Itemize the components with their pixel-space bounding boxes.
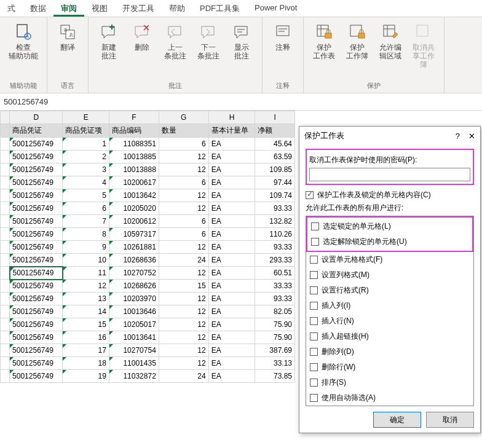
cell[interactable]: 5001256749 [10, 189, 63, 202]
protect-content-checkbox[interactable] [306, 191, 314, 199]
cell[interactable]: 5001256749 [10, 331, 63, 344]
permissions-listbox[interactable]: 选定锁定的单元格(L) 选定解除锁定的单元格(U) 设置单元格格式(F) 设置列… [306, 216, 474, 406]
cell[interactable]: 60.51 [255, 267, 295, 280]
new-comment-button[interactable]: 新建批注 [93, 20, 124, 63]
cell[interactable]: 12 [63, 280, 109, 293]
dialog-close-icon[interactable]: ✕ [468, 132, 475, 141]
perm-checkbox[interactable] [310, 317, 318, 325]
tab-review[interactable]: 审阅 [53, 0, 84, 17]
cell[interactable]: 10013641 [109, 331, 159, 344]
perm-checkbox[interactable] [310, 271, 318, 279]
cell[interactable]: 293.33 [255, 254, 295, 267]
cell[interactable]: EA [208, 305, 255, 318]
cell[interactable]: EA [208, 189, 255, 202]
cell[interactable]: 24 [159, 370, 208, 383]
cell[interactable]: EA [208, 357, 255, 370]
cell[interactable]: 5001256749 [10, 357, 63, 370]
cell[interactable]: 97.44 [255, 176, 295, 189]
cell[interactable]: 33.13 [255, 357, 295, 370]
cell[interactable]: 10200612 [109, 215, 159, 228]
cell[interactable]: 10268636 [109, 254, 159, 267]
tab-developer[interactable]: 开发工具 [115, 0, 162, 17]
show-comment-button[interactable]: 显示批注 [226, 20, 257, 63]
cell[interactable]: 12 [159, 267, 208, 280]
cell[interactable]: 3 [63, 163, 109, 176]
cell[interactable]: 10 [63, 254, 109, 267]
protect-sheet-button[interactable]: 保护工作表 [309, 20, 339, 71]
perm-item[interactable]: 选定锁定的单元格(L) [307, 219, 472, 234]
cell[interactable]: 9 [63, 241, 109, 254]
cancel-button[interactable]: 取消 [426, 412, 474, 428]
perm-checkbox[interactable] [311, 222, 319, 230]
cell[interactable]: 5001256749 [10, 293, 63, 305]
dialog-help-icon[interactable]: ? [456, 132, 460, 141]
cell[interactable]: 15 [159, 280, 208, 293]
cell[interactable]: 6 [159, 215, 208, 228]
perm-item[interactable]: 插入列(I) [306, 298, 473, 313]
tab-data[interactable]: 数据 [23, 0, 53, 17]
tab-view[interactable]: 视图 [84, 0, 115, 17]
cell[interactable]: 12 [159, 202, 208, 215]
dialog-titlebar[interactable]: 保护工作表 ? ✕ [299, 127, 480, 145]
next-comment-button[interactable]: 下一条批注 [193, 20, 224, 63]
perm-item[interactable]: 删除行(W) [306, 360, 473, 375]
cell[interactable]: 10013888 [109, 163, 159, 176]
check-accessibility-button[interactable]: 检查辅助功能 [5, 20, 42, 63]
ok-button[interactable]: 确定 [373, 412, 421, 428]
tab-formula[interactable]: 式 [0, 0, 23, 17]
cell[interactable]: 5001256749 [10, 202, 63, 215]
cell[interactable]: 12 [159, 318, 208, 331]
allow-edit-ranges-button[interactable]: 允许编辑区域 [375, 20, 406, 71]
cell[interactable]: 4 [63, 176, 109, 189]
perm-checkbox[interactable] [310, 286, 318, 294]
cell[interactable]: 12 [159, 241, 208, 254]
protect-workbook-button[interactable]: 保护工作簿 [342, 20, 373, 71]
cell[interactable]: 5001256749 [10, 267, 63, 280]
col-G[interactable]: G [159, 111, 208, 124]
cell[interactable]: 12 [159, 151, 208, 163]
cell[interactable]: 387.69 [255, 344, 295, 357]
cell[interactable]: 6 [63, 202, 109, 215]
cell[interactable]: 5001256749 [10, 280, 63, 293]
cell[interactable]: 16 [63, 331, 109, 344]
cell[interactable]: 5001256749 [10, 318, 63, 331]
perm-checkbox[interactable] [310, 394, 318, 402]
cell[interactable]: 75.90 [255, 318, 295, 331]
cell[interactable]: 63.59 [255, 151, 295, 163]
cell[interactable]: 8 [63, 228, 109, 241]
cell[interactable]: EA [208, 151, 255, 163]
cell[interactable]: 5001256749 [10, 215, 63, 228]
header-cell[interactable]: 商品编码 [109, 124, 159, 138]
cell[interactable]: 1 [63, 138, 109, 151]
perm-checkbox[interactable] [310, 332, 318, 340]
cell[interactable]: EA [208, 280, 255, 293]
cell[interactable]: 13 [63, 293, 109, 305]
cell[interactable]: 5001256749 [10, 163, 63, 176]
cell[interactable]: 19 [63, 370, 109, 383]
cell[interactable]: 93.33 [255, 293, 295, 305]
cell[interactable]: 5001256749 [10, 254, 63, 267]
cell[interactable]: 12 [159, 357, 208, 370]
col-E[interactable]: E [63, 111, 109, 124]
cell[interactable]: 10261881 [109, 241, 159, 254]
tab-pdf[interactable]: PDF工具集 [192, 0, 247, 17]
cell[interactable]: 12 [159, 293, 208, 305]
cell[interactable]: 24 [159, 254, 208, 267]
col-F[interactable]: F [109, 111, 159, 124]
cell[interactable]: 10013642 [109, 189, 159, 202]
cell[interactable]: EA [208, 344, 255, 357]
cell[interactable]: 93.33 [255, 241, 295, 254]
cell[interactable]: 10205017 [109, 318, 159, 331]
cell[interactable]: 11001435 [109, 357, 159, 370]
perm-item[interactable]: 选定解除锁定的单元格(U) [307, 234, 472, 250]
perm-item[interactable]: 删除列(D) [306, 344, 473, 360]
perm-item[interactable]: 排序(S) [306, 375, 473, 390]
delete-comment-button[interactable]: 删除 [127, 20, 157, 63]
cell[interactable]: 5001256749 [10, 305, 63, 318]
cell[interactable]: EA [208, 215, 255, 228]
password-input[interactable] [309, 168, 470, 181]
cell[interactable]: 6 [159, 176, 208, 189]
cell[interactable]: EA [208, 254, 255, 267]
cell[interactable]: 5001256749 [10, 344, 63, 357]
cell[interactable]: 5001256749 [10, 228, 63, 241]
